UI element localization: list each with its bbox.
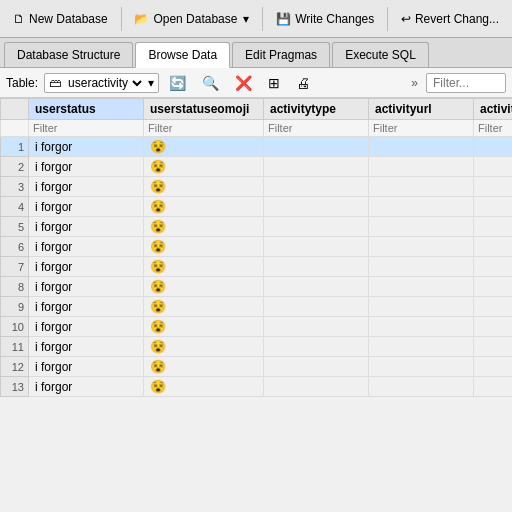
- filter-acturl-input[interactable]: [369, 120, 473, 136]
- cell-userstatus[interactable]: i forgor: [29, 257, 144, 277]
- cell-userstatus[interactable]: i forgor: [29, 177, 144, 197]
- cell-acttype[interactable]: [264, 357, 369, 377]
- write-changes-button[interactable]: 💾 Write Changes: [267, 8, 383, 30]
- cell-userstatus[interactable]: i forgor: [29, 357, 144, 377]
- tab-edit-pragmas[interactable]: Edit Pragmas: [232, 42, 330, 67]
- refresh-button[interactable]: 🔄: [163, 72, 192, 94]
- cell-emoji[interactable]: 😵: [144, 337, 264, 357]
- filter-acttype[interactable]: [264, 120, 369, 137]
- cell-acttype[interactable]: [264, 257, 369, 277]
- cell-emoji[interactable]: 😵: [144, 357, 264, 377]
- open-database-button[interactable]: 📂 Open Database ▾: [125, 8, 258, 30]
- cell-acturl[interactable]: [369, 197, 474, 217]
- cell-acturl[interactable]: [369, 237, 474, 257]
- cell-emoji[interactable]: 😵: [144, 377, 264, 397]
- table-row[interactable]: 8 i forgor 😵: [1, 277, 513, 297]
- table-row[interactable]: 13 i forgor 😵: [1, 377, 513, 397]
- table-row[interactable]: 7 i forgor 😵: [1, 257, 513, 277]
- cell-acttype[interactable]: [264, 377, 369, 397]
- columns-button[interactable]: ⊞: [262, 72, 286, 94]
- cell-emoji[interactable]: 😵: [144, 297, 264, 317]
- table-row[interactable]: 9 i forgor 😵: [1, 297, 513, 317]
- tab-database-structure[interactable]: Database Structure: [4, 42, 133, 67]
- filter-userstatus[interactable]: [29, 120, 144, 137]
- global-filter-input[interactable]: [426, 73, 506, 93]
- cell-acturl[interactable]: [369, 157, 474, 177]
- cell-actname[interactable]: [474, 357, 513, 377]
- filter-userstatus-input[interactable]: [29, 120, 143, 136]
- table-row[interactable]: 3 i forgor 😵: [1, 177, 513, 197]
- cell-actname[interactable]: [474, 137, 513, 157]
- cell-acturl[interactable]: [369, 137, 474, 157]
- cell-actname[interactable]: [474, 237, 513, 257]
- cell-actname[interactable]: [474, 377, 513, 397]
- new-database-button[interactable]: 🗋 New Database: [4, 8, 117, 30]
- table-row[interactable]: 11 i forgor 😵: [1, 337, 513, 357]
- cell-emoji[interactable]: 😵: [144, 237, 264, 257]
- clear-filter-button[interactable]: ❌: [229, 72, 258, 94]
- table-row[interactable]: 12 i forgor 😵: [1, 357, 513, 377]
- cell-actname[interactable]: [474, 337, 513, 357]
- cell-userstatus[interactable]: i forgor: [29, 137, 144, 157]
- cell-acturl[interactable]: [369, 217, 474, 237]
- cell-userstatus[interactable]: i forgor: [29, 317, 144, 337]
- revert-changes-button[interactable]: ↩ Revert Chang...: [392, 8, 508, 30]
- cell-acttype[interactable]: [264, 177, 369, 197]
- cell-emoji[interactable]: 😵: [144, 197, 264, 217]
- cell-acttype[interactable]: [264, 217, 369, 237]
- cell-actname[interactable]: [474, 177, 513, 197]
- cell-emoji[interactable]: 😵: [144, 277, 264, 297]
- cell-acturl[interactable]: [369, 337, 474, 357]
- table-row[interactable]: 6 i forgor 😵: [1, 237, 513, 257]
- filter-emoji-input[interactable]: [144, 120, 263, 136]
- cell-userstatus[interactable]: i forgor: [29, 337, 144, 357]
- cell-acturl[interactable]: [369, 177, 474, 197]
- cell-actname[interactable]: [474, 317, 513, 337]
- cell-userstatus[interactable]: i forgor: [29, 237, 144, 257]
- cell-userstatus[interactable]: i forgor: [29, 297, 144, 317]
- filter-acturl[interactable]: [369, 120, 474, 137]
- cell-acttype[interactable]: [264, 317, 369, 337]
- table-row[interactable]: 2 i forgor 😵: [1, 157, 513, 177]
- cell-acturl[interactable]: [369, 317, 474, 337]
- cell-acturl[interactable]: [369, 277, 474, 297]
- cell-actname[interactable]: [474, 217, 513, 237]
- cell-acturl[interactable]: [369, 297, 474, 317]
- cell-emoji[interactable]: 😵: [144, 157, 264, 177]
- cell-actname[interactable]: [474, 277, 513, 297]
- cell-userstatus[interactable]: i forgor: [29, 277, 144, 297]
- col-header-acttype[interactable]: activitytype: [264, 99, 369, 120]
- table-select[interactable]: useractivity: [64, 75, 145, 91]
- cell-userstatus[interactable]: i forgor: [29, 197, 144, 217]
- cell-emoji[interactable]: 😵: [144, 317, 264, 337]
- cell-acttype[interactable]: [264, 337, 369, 357]
- cell-acttype[interactable]: [264, 197, 369, 217]
- cell-actname[interactable]: [474, 297, 513, 317]
- table-row[interactable]: 1 i forgor 😵: [1, 137, 513, 157]
- filter-actname-input[interactable]: [474, 120, 512, 136]
- filter-emoji[interactable]: [144, 120, 264, 137]
- table-selector[interactable]: 🗃 useractivity ▾: [44, 73, 159, 93]
- tab-browse-data[interactable]: Browse Data: [135, 42, 230, 68]
- cell-emoji[interactable]: 😵: [144, 257, 264, 277]
- cell-acturl[interactable]: [369, 357, 474, 377]
- col-header-acturl[interactable]: activityurl: [369, 99, 474, 120]
- col-header-userstatus[interactable]: userstatus: [29, 99, 144, 120]
- cell-actname[interactable]: [474, 257, 513, 277]
- col-header-actname[interactable]: activityna: [474, 99, 513, 120]
- filter-actname[interactable]: [474, 120, 513, 137]
- cell-userstatus[interactable]: i forgor: [29, 217, 144, 237]
- cell-userstatus[interactable]: i forgor: [29, 377, 144, 397]
- cell-acttype[interactable]: [264, 157, 369, 177]
- print-button[interactable]: 🖨: [290, 72, 316, 94]
- tab-execute-sql[interactable]: Execute SQL: [332, 42, 429, 67]
- cell-acturl[interactable]: [369, 377, 474, 397]
- cell-acttype[interactable]: [264, 137, 369, 157]
- filter-acttype-input[interactable]: [264, 120, 368, 136]
- cell-actname[interactable]: [474, 197, 513, 217]
- cell-actname[interactable]: [474, 157, 513, 177]
- table-row[interactable]: 10 i forgor 😵: [1, 317, 513, 337]
- table-row[interactable]: 4 i forgor 😵: [1, 197, 513, 217]
- cell-acturl[interactable]: [369, 257, 474, 277]
- cell-acttype[interactable]: [264, 297, 369, 317]
